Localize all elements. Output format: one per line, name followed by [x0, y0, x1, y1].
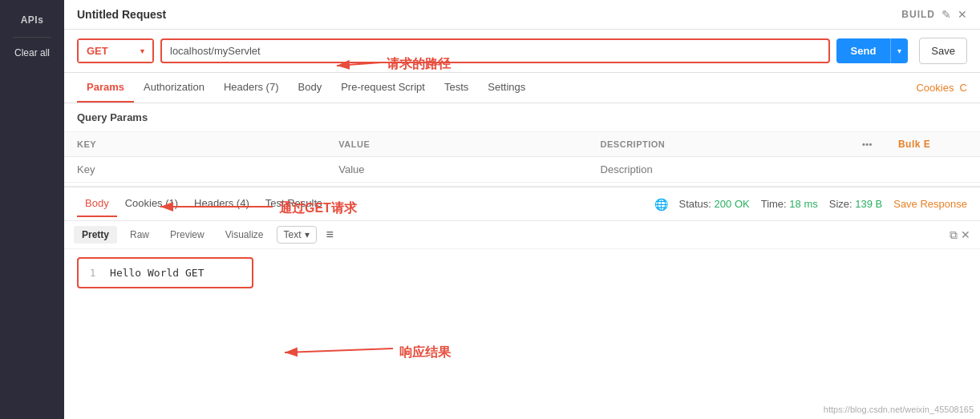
params-table: KEY VALUE DESCRIPTION ••• Bulk E	[64, 132, 980, 183]
tab-body[interactable]: Body	[289, 73, 332, 103]
tab-headers[interactable]: Headers (7)	[214, 73, 289, 103]
sidebar: APIs Clear all	[0, 0, 64, 419]
resp-tab-cookies[interactable]: Cookies (1)	[117, 191, 186, 217]
header-bar: Untitled Request BUILD ✎ ✕	[64, 0, 980, 30]
desc-cell[interactable]	[588, 157, 849, 183]
close-response-icon[interactable]: ✕	[961, 228, 970, 242]
send-button[interactable]: Send	[836, 38, 891, 63]
response-status-area: 🌐 Status: 200 OK Time: 18 ms Size: 139 B…	[654, 198, 968, 211]
save-button[interactable]: Save	[919, 38, 967, 64]
desc-input[interactable]	[601, 163, 836, 175]
resp-tab-body[interactable]: Body	[77, 191, 117, 217]
build-button[interactable]: BUILD	[901, 9, 935, 20]
fmt-tab-raw[interactable]: Raw	[122, 226, 157, 244]
url-bar: GET POST PUT DELETE PATCH Send ▾ Save	[64, 30, 980, 73]
copy-icons: ⧉ ✕	[950, 228, 970, 242]
url-input-wrapper	[160, 38, 830, 63]
tab-authorization[interactable]: Authorization	[134, 73, 214, 103]
query-params-label: Query Params	[64, 103, 980, 132]
globe-icon: 🌐	[654, 198, 668, 211]
resp-tab-headers[interactable]: Headers (4)	[186, 191, 257, 217]
key-cell[interactable]	[64, 157, 326, 183]
tab-tests[interactable]: Tests	[435, 73, 478, 103]
table-row	[64, 157, 980, 183]
clear-all-button[interactable]: Clear all	[11, 42, 53, 63]
value-input[interactable]	[338, 163, 574, 175]
request-tabs-row: Params Authorization Headers (7) Body Pr…	[64, 73, 980, 103]
time-badge: Time: 18 ms	[761, 198, 818, 210]
resp-tab-test-results[interactable]: Test Results	[257, 191, 330, 217]
method-select[interactable]: GET POST PUT DELETE PATCH	[79, 40, 152, 62]
save-response-button[interactable]: Save Response	[893, 198, 967, 210]
status-value: 200 OK	[715, 198, 750, 210]
line-number: 1	[90, 268, 95, 279]
format-dropdown-arrow: ▾	[305, 229, 310, 240]
key-input[interactable]	[77, 163, 313, 175]
time-value: 18 ms	[789, 198, 817, 210]
col-bulk[interactable]: Bulk E	[885, 132, 980, 157]
method-select-wrapper[interactable]: GET POST PUT DELETE PATCH	[77, 38, 154, 63]
url-input[interactable]	[162, 40, 828, 62]
request-title: Untitled Request	[77, 8, 901, 21]
copy-icon[interactable]: ⧉	[950, 228, 958, 242]
bulk-edit-link[interactable]: Bulk E	[898, 139, 930, 150]
tab-right-area: Cookies C	[916, 82, 967, 94]
tab-params[interactable]: Params	[77, 73, 134, 103]
col-value: VALUE	[326, 132, 587, 157]
fmt-tab-visualize[interactable]: Visualize	[217, 226, 272, 244]
response-section: Body Cookies (1) Headers (4) Test Result…	[64, 186, 980, 296]
col-key: KEY	[64, 132, 326, 157]
wrap-icon[interactable]: ≡	[326, 228, 334, 242]
sidebar-apis-label: APIs	[21, 8, 44, 32]
header-icons: ✎ ✕	[942, 8, 967, 21]
close-icon[interactable]: ✕	[958, 8, 967, 21]
status-badge: Status: 200 OK	[679, 198, 750, 210]
send-button-group: Send ▾	[836, 38, 909, 63]
response-body-text: Hello World GET	[110, 267, 204, 279]
size-value: 139 B	[855, 198, 882, 210]
col-more: •••	[849, 132, 885, 157]
fmt-tab-preview[interactable]: Preview	[162, 226, 213, 244]
send-dropdown-button[interactable]: ▾	[890, 38, 908, 63]
size-badge: Size: 139 B	[829, 198, 883, 210]
status-label: Status:	[679, 198, 715, 210]
tab-settings[interactable]: Settings	[478, 73, 535, 103]
response-body-box: 1 Hello World GET	[77, 257, 253, 288]
response-tabs-row: Body Cookies (1) Headers (4) Test Result…	[64, 187, 980, 221]
value-cell[interactable]	[326, 157, 587, 183]
text-format-select[interactable]: Text ▾	[277, 226, 317, 244]
main-content: Untitled Request BUILD ✎ ✕ GET POST PUT …	[64, 0, 980, 419]
edit-icon[interactable]: ✎	[942, 8, 951, 21]
query-params-section: Query Params KEY VALUE DESCRIPTION ••• B…	[64, 103, 980, 183]
response-body: 1 Hello World GET	[64, 249, 980, 296]
cookies-link[interactable]: Cookies C	[916, 82, 967, 94]
fmt-tab-pretty[interactable]: Pretty	[74, 226, 117, 244]
col-description: DESCRIPTION	[588, 132, 849, 157]
text-format-label: Text	[284, 229, 302, 240]
body-format-row: Pretty Raw Preview Visualize Text ▾ ≡ ⧉ …	[64, 221, 980, 249]
tab-pre-request-script[interactable]: Pre-request Script	[331, 73, 435, 103]
sidebar-divider	[13, 37, 51, 38]
